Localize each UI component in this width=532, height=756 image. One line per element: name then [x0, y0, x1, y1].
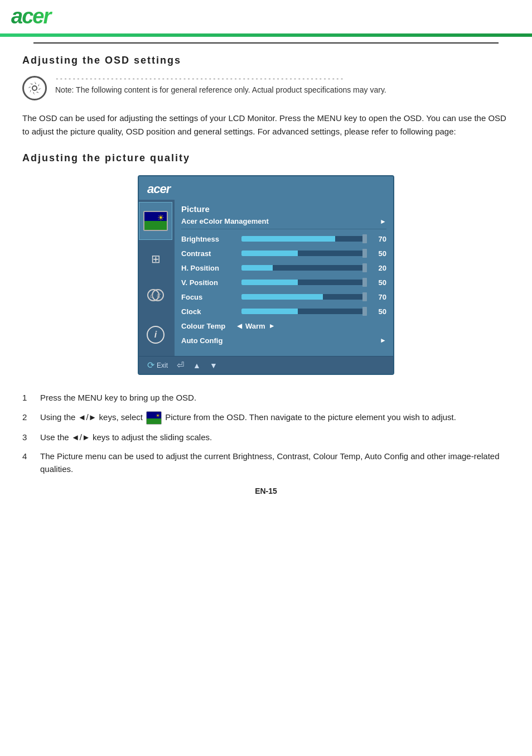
- osd-item-focus[interactable]: Focus 70: [181, 290, 386, 304]
- svg-point-1: [32, 86, 37, 90]
- osd-hposition-thumb: [362, 263, 367, 272]
- instruction-1: 1 Press the MENU key to bring up the OSD…: [22, 392, 510, 405]
- osd-down-icon: ▼: [210, 361, 217, 370]
- inline-picture-icon: [146, 411, 162, 425]
- sidebar-info-icon[interactable]: i: [139, 316, 172, 354]
- osd-focus-value: 70: [371, 293, 386, 301]
- osd-vposition-slider[interactable]: [241, 280, 366, 285]
- instruction-2: 2 Using the ◄/► keys, select Picture fro…: [22, 411, 510, 425]
- osd-footer-enter[interactable]: ⏎: [177, 360, 184, 370]
- instruction-4-num: 4: [22, 450, 33, 463]
- osd-header: acer: [139, 176, 393, 200]
- osd-contrast-value: 50: [371, 249, 386, 258]
- instruction-1-text: Press the MENU key to bring up the OSD.: [40, 392, 196, 405]
- osd-brightness-value: 70: [371, 235, 386, 243]
- osd-contrast-fill: [241, 251, 298, 256]
- svg-text:C: C: [157, 293, 161, 299]
- note-text: Note: The following content is for gener…: [55, 84, 510, 96]
- osd-focus-fill: [241, 294, 323, 300]
- osd-colourtemp-arrow-right[interactable]: ►: [269, 322, 275, 330]
- top-bar: [0, 33, 532, 37]
- osd-hposition-slider[interactable]: [241, 265, 366, 271]
- osd-exit-icon: ⟳: [147, 360, 154, 370]
- info-icon: i: [147, 326, 165, 344]
- osd-item-autoconfig[interactable]: Auto Config ►: [181, 333, 386, 348]
- osd-ecol-arrow: ►: [380, 218, 386, 225]
- osd-section-title: Picture: [181, 204, 386, 214]
- osd-sidebar: ⊞ d C: [139, 200, 175, 356]
- osd-clock-thumb: [362, 307, 367, 316]
- osd-item-vposition[interactable]: V. Position 50: [181, 275, 386, 290]
- osd-vposition-value: 50: [371, 278, 386, 287]
- osd-footer-exit[interactable]: ⟳ Exit: [147, 360, 168, 370]
- osd-item-brightness[interactable]: Brightness 70: [181, 232, 386, 246]
- note-content: ----------------------------------------…: [55, 75, 510, 96]
- osd-clock-slider[interactable]: [241, 309, 366, 314]
- svg-text:d: d: [150, 293, 153, 299]
- sidebar-picture-icon[interactable]: [139, 202, 172, 240]
- osd-brightness-fill: [241, 236, 335, 242]
- osd-item-hposition[interactable]: H. Position 20: [181, 261, 386, 275]
- note-dashes: ----------------------------------------…: [55, 75, 510, 82]
- section2-heading: Adjusting the picture quality: [22, 152, 510, 164]
- osd-item-contrast[interactable]: Contrast 50: [181, 246, 386, 261]
- osd-item-colourtemp[interactable]: Colour Temp ◀ Warm ►: [181, 319, 386, 333]
- osd-footer-up[interactable]: ▲: [193, 361, 201, 370]
- instruction-4: 4 The Picture menu can be used to adjust…: [22, 450, 510, 475]
- instructions-list: 1 Press the MENU key to bring up the OSD…: [22, 392, 510, 475]
- osd-logo: acer: [147, 182, 170, 196]
- osd-footer: ⟳ Exit ⏎ ▲ ▼: [139, 356, 393, 374]
- svg-text:acer: acer: [11, 4, 52, 27]
- osd-brightness-slider[interactable]: [241, 236, 366, 242]
- osd-contrast-thumb: [362, 249, 367, 258]
- instruction-1-num: 1: [22, 392, 33, 405]
- body-paragraph: The OSD can be used for adjusting the se…: [22, 112, 510, 138]
- osd-colourtemp-control: ◀ Warm ►: [237, 322, 275, 330]
- sidebar-color-icon[interactable]: d C: [139, 278, 172, 316]
- osd-autoconfig-label: Auto Config: [181, 336, 237, 345]
- page-number: EN-15: [22, 487, 510, 495]
- osd-hposition-fill: [241, 265, 273, 271]
- osd-focus-thumb: [362, 292, 367, 301]
- osd-brightness-label: Brightness: [181, 235, 237, 243]
- instruction-4-text: The Picture menu can be used to adjust t…: [40, 450, 510, 475]
- osd-colourtemp-label: Colour Temp: [181, 322, 237, 330]
- osd-main-content: Picture Acer eColor Management ► Brightn…: [175, 200, 393, 356]
- acer-logo-header: acer: [11, 2, 61, 32]
- main-content: Adjusting the OSD settings -------------…: [0, 42, 532, 518]
- osd-up-icon: ▲: [193, 361, 201, 370]
- sidebar-brightness-icon[interactable]: ⊞: [139, 240, 172, 278]
- instruction-2-num: 2: [22, 411, 33, 424]
- osd-body: ⊞ d C: [139, 200, 393, 356]
- osd-brightness-thumb: [362, 234, 367, 243]
- osd-colourtemp-value: Warm: [245, 322, 265, 330]
- header-area: acer: [0, 0, 532, 37]
- osd-hposition-value: 20: [371, 264, 386, 272]
- osd-clock-value: 50: [371, 307, 386, 316]
- osd-focus-slider[interactable]: [241, 294, 366, 300]
- osd-colourtemp-arrow-left[interactable]: ◀: [237, 322, 242, 330]
- osd-hposition-label: H. Position: [181, 264, 237, 272]
- osd-focus-label: Focus: [181, 293, 237, 301]
- note-icon: [22, 76, 47, 100]
- divider-line: [33, 42, 499, 44]
- instruction-3: 3 Use the ◄/► keys to adjust the sliding…: [22, 431, 510, 444]
- instruction-3-num: 3: [22, 431, 33, 444]
- osd-contrast-slider[interactable]: [241, 251, 366, 256]
- osd-vposition-label: V. Position: [181, 278, 237, 287]
- osd-clock-label: Clock: [181, 307, 237, 316]
- instruction-2-text: Using the ◄/► keys, select Picture from …: [40, 411, 456, 425]
- osd-footer-down[interactable]: ▼: [210, 361, 217, 370]
- osd-item-ecol[interactable]: Acer eColor Management ►: [181, 217, 386, 229]
- osd-vposition-fill: [241, 280, 298, 285]
- osd-ecol-label: Acer eColor Management: [181, 217, 380, 225]
- osd-clock-fill: [241, 309, 298, 314]
- osd-screenshot: acer ⊞: [22, 175, 510, 375]
- osd-contrast-label: Contrast: [181, 249, 237, 258]
- osd-item-clock[interactable]: Clock 50: [181, 304, 386, 319]
- instruction-3-text: Use the ◄/► keys to adjust the sliding s…: [40, 431, 212, 444]
- osd-autoconfig-arrow: ►: [380, 336, 386, 344]
- color-icon: d C: [146, 285, 166, 309]
- brightness-icon: ⊞: [151, 252, 161, 266]
- osd-vposition-thumb: [362, 278, 367, 287]
